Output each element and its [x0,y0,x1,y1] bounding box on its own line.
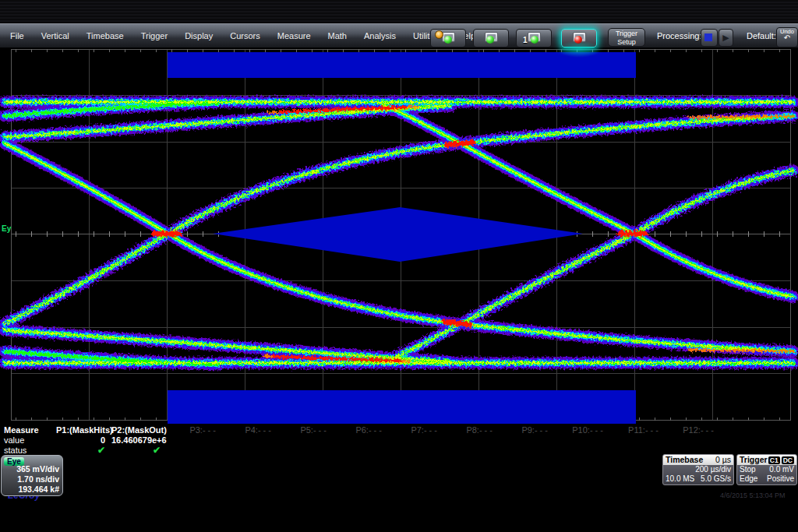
menu-bar: FileVerticalTimebaseTriggerDisplayCursor… [0,23,798,48]
timebase-descriptor[interactable]: Timebase 0 µs 200 µs/div 10.0 MS 5.0 GS/… [662,454,734,485]
measure-param-label[interactable]: P7:- - - [388,425,443,435]
processing-stop-button[interactable] [701,29,718,47]
measure-param-label[interactable]: P4:- - - [222,425,277,435]
trigger-setup-label-1: Trigger [609,30,644,38]
menu: FileVerticalTimebaseTriggerDisplayCursor… [2,24,484,48]
trigger-source-badge: C1 [768,456,780,464]
status-empty [609,446,665,456]
measure-param-label[interactable]: P3:- - - [167,425,222,435]
measure-param-label[interactable]: P5:- - - [277,425,333,435]
menu-item-math[interactable]: Math [320,31,355,41]
menu-item-timebase[interactable]: Timebase [78,31,132,41]
status-empty [167,446,222,456]
datetime-stamp: 4/6/2015 5:13:04 PM [720,491,786,499]
trigger-coupling-badge: DC [782,456,794,464]
measure-param-value [665,435,720,446]
menu-item-trigger[interactable]: Trigger [132,31,176,41]
measure-param-value [499,435,554,446]
measure-param-value [167,435,222,446]
green-light-icon [531,36,538,44]
trigger-stop-button[interactable] [561,29,597,48]
status-empty [499,446,554,456]
status-empty [222,446,277,456]
clock-icon [435,30,443,39]
measure-param-value [222,435,277,446]
default-label: Default: [747,31,776,41]
timebase-samples: 10.0 MS [666,474,694,484]
measure-param-value [554,435,609,446]
mask-top-bar [168,52,636,78]
status-empty [333,446,388,456]
mask-center-diamond [213,207,583,262]
trigger-type: Edge [740,474,757,484]
menu-item-cursors[interactable]: Cursors [221,31,269,41]
blue-square-icon [704,33,712,41]
measure-param-value [277,435,333,446]
mask-bottom-bar [168,390,636,424]
menu-item-measure[interactable]: Measure [269,31,320,41]
trigger-setup-label-2: Setup [609,38,644,47]
value-row-label: value [0,435,56,446]
measure-param-value [609,435,665,446]
status-empty [277,446,333,456]
measure-param-label[interactable]: P8:- - - [443,425,499,435]
measure-param-label[interactable]: P9:- - - [499,425,554,435]
eye-trace-axis-label: Ey [2,224,11,233]
oscilloscope-screen: Ey FileVerticalTimebaseTriggerDisplayCur… [0,0,798,532]
timebase-title: Timebase [666,455,703,465]
measure-row-label: Measure [0,425,56,435]
trigger-auto-button[interactable] [430,29,466,48]
eye-horizontal-scale: 1.70 ns/div [16,474,59,484]
measure-param-label[interactable]: P11:- - - [609,425,665,435]
status-empty [443,446,499,456]
trigger-level: 0.0 mV [769,465,794,474]
menu-item-analysis[interactable]: Analysis [355,31,404,41]
trigger-single-button[interactable]: 1 [516,29,552,48]
status-empty [388,446,443,456]
undo-button[interactable]: Undo ↶ [776,27,798,48]
processing-play-button[interactable]: ▶ [719,29,733,47]
timebase-scale: 200 µs/div [695,465,731,474]
trigger-descriptor[interactable]: Trigger C1 DC Stop 0.0 mV Edge Positive [736,454,797,485]
red-light-icon [574,36,582,44]
single-digit-label: 1 [523,36,528,44]
eye-channel-descriptor[interactable]: Eye 365 mV/div 1.70 ns/div 193.464 k# [1,455,63,496]
measure-table: Measure P1:(MaskHits)P2:(MaskOut)P3:- - … [0,425,798,456]
trigger-mode: Stop [740,465,756,474]
measure-param-label[interactable]: P6:- - - [333,425,388,435]
status-check-icon: ✔ [111,446,167,456]
measure-param-label[interactable]: P10:- - - [554,425,609,435]
status-check-icon: ✔ [56,446,111,456]
measure-param-label[interactable]: P2:(MaskOut) [111,425,167,435]
menu-item-vertical[interactable]: Vertical [33,31,78,41]
trigger-normal-button[interactable] [473,29,509,48]
status-empty [554,446,609,456]
measure-param-value [333,435,388,446]
trigger-title: Trigger [740,455,768,465]
measure-param-label[interactable]: P12:- - - [665,425,720,435]
green-light-icon [444,36,452,44]
measure-param-value [388,435,443,446]
menu-item-file[interactable]: File [2,31,33,41]
green-light-icon [486,36,494,44]
measure-param-value [443,435,499,446]
undo-arrow-icon: ↶ [777,34,797,42]
timebase-rate: 5.0 GS/s [701,474,731,484]
eye-vertical-scale: 365 mV/div [16,464,59,474]
processing-label: Processing: [657,31,701,41]
measure-param-label[interactable]: P1:(MaskHits) [56,425,111,435]
trigger-setup-button[interactable]: Trigger Setup [608,28,645,47]
eye-sweep-count: 193.464 k# [16,484,59,495]
timebase-offset: 0 µs [715,455,731,465]
menu-item-display[interactable]: Display [176,31,221,41]
trigger-slope: Positive [767,474,794,484]
